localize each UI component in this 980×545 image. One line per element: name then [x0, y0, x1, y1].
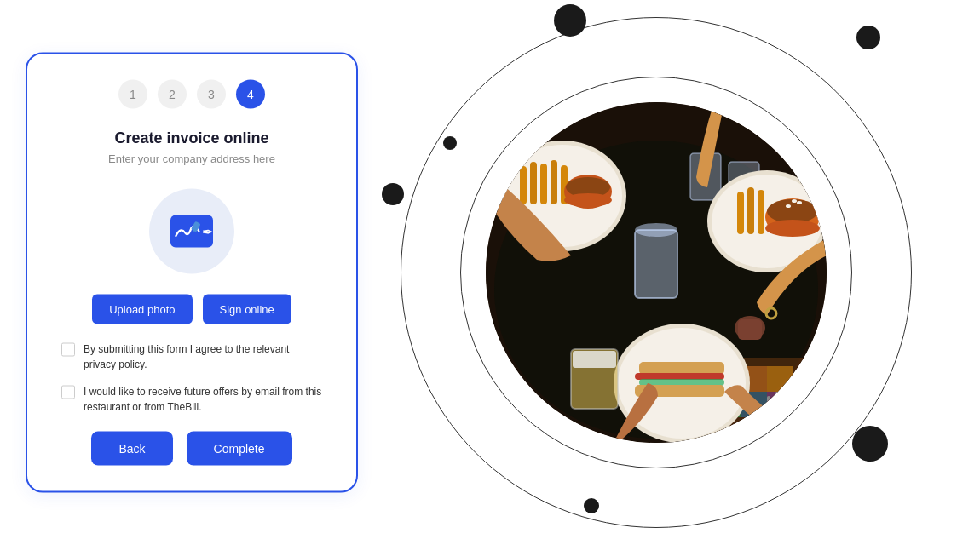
action-buttons: Upload photo Sign online	[61, 295, 322, 324]
svg-point-34	[797, 201, 802, 204]
svg-rect-45	[738, 319, 762, 340]
svg-rect-12	[520, 166, 527, 204]
svg-rect-39	[635, 373, 724, 380]
step-4[interactable]: 4	[236, 80, 265, 109]
svg-rect-20	[635, 230, 677, 298]
svg-rect-38	[639, 362, 724, 375]
step-indicators: 1 2 3 4	[61, 80, 322, 109]
checkbox-offers[interactable]	[61, 386, 75, 399]
card-subtitle: Enter your company address here	[61, 152, 322, 165]
svg-rect-27	[737, 192, 744, 234]
svg-rect-13	[530, 162, 537, 204]
svg-rect-40	[639, 379, 724, 386]
svg-point-35	[792, 199, 797, 203]
svg-rect-29	[758, 190, 764, 234]
step-2[interactable]: 2	[158, 80, 187, 109]
signature-icon	[170, 215, 213, 248]
checkbox-privacy-label: By submitting this form I agree to the r…	[84, 341, 322, 372]
svg-rect-43	[573, 351, 616, 368]
checkbox-offers-label: I would like to receive future offers by…	[84, 384, 322, 415]
signature-area	[149, 189, 234, 274]
step-3[interactable]: 3	[197, 80, 226, 109]
step-1[interactable]: 1	[118, 80, 147, 109]
svg-point-31	[767, 199, 818, 223]
checkbox-item-1: By submitting this form I agree to the r…	[61, 341, 322, 372]
bottom-buttons: Back Complete	[61, 432, 322, 466]
svg-rect-28	[747, 187, 754, 234]
checkbox-item-2: I would like to receive future offers by…	[61, 384, 322, 415]
invoice-card: 1 2 3 4 Create invoice online Enter your…	[26, 53, 358, 493]
svg-rect-15	[551, 160, 557, 204]
svg-point-21	[635, 223, 677, 237]
svg-rect-14	[540, 164, 547, 204]
upload-photo-button[interactable]: Upload photo	[92, 295, 192, 324]
svg-point-33	[786, 204, 791, 208]
svg-point-19	[564, 193, 612, 207]
back-button[interactable]: Back	[91, 432, 172, 466]
sign-online-button[interactable]: Sign online	[203, 295, 291, 324]
checkbox-privacy[interactable]	[61, 343, 75, 357]
complete-button[interactable]: Complete	[187, 432, 292, 466]
svg-point-32	[765, 220, 820, 237]
checkbox-group: By submitting this form I agree to the r…	[61, 341, 322, 415]
card-title: Create invoice online	[61, 129, 322, 147]
